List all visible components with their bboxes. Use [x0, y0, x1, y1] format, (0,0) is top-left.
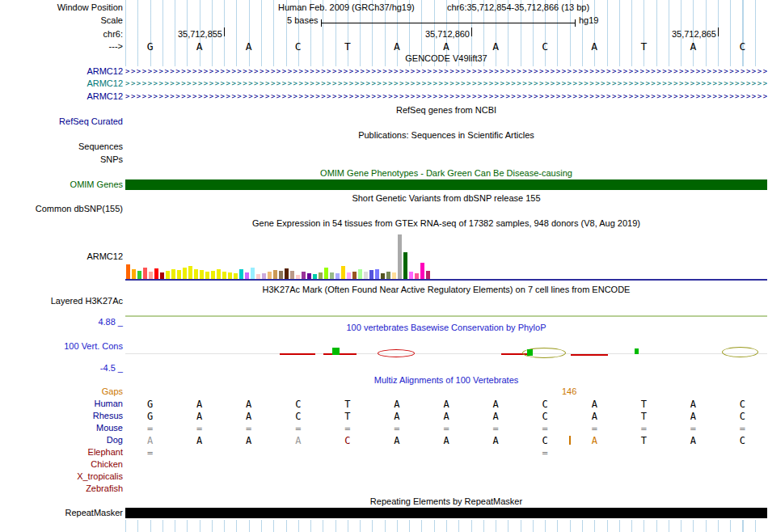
gtex-bar-11[interactable]	[188, 266, 192, 279]
multiz-species-label-rhesus[interactable]: Rhesus	[93, 411, 123, 420]
gtex-bar-6[interactable]	[160, 272, 164, 279]
multiz-species-label-zebrafish[interactable]: Zebrafish	[86, 483, 123, 493]
multiz-mouse-base-2: =	[224, 423, 273, 434]
gtex-bar-21[interactable]	[245, 272, 249, 279]
gtex-bar-12[interactable]	[194, 269, 198, 279]
gtex-bar-13[interactable]	[200, 270, 204, 279]
gtex-bar-18[interactable]	[228, 272, 232, 279]
gtex-bar-8[interactable]	[171, 269, 175, 279]
multiz-species-label-chicken[interactable]: Chicken	[91, 459, 123, 469]
gtex-bar-39[interactable]	[347, 272, 351, 279]
reference-sequence-row[interactable]: GAACTAAACATAC	[125, 40, 767, 53]
gtex-gene-label[interactable]: ARMC12	[87, 251, 123, 261]
multiz-row-dog[interactable]: AAAACAAACATAC	[125, 435, 767, 446]
multiz-mouse-base-12: =	[718, 423, 767, 434]
multiz-row-human[interactable]: GAACTAAACATAC	[125, 399, 767, 410]
gtex-bar-25[interactable]	[268, 272, 272, 279]
gtex-bar-47[interactable]	[392, 272, 396, 279]
multiz-species-label-elephant[interactable]: Elephant	[88, 447, 123, 457]
scale-bar-line	[322, 23, 575, 23]
multiz-species-label-dog[interactable]: Dog	[107, 435, 123, 445]
gencode-transcript-arrows-0[interactable]: >>>>>>>>>>>>>>>>>>>>>>>>>>>>>>>>>>>>>>>>…	[125, 67, 767, 76]
gtex-bar-5[interactable]	[154, 268, 158, 279]
gtex-bar-20[interactable]	[239, 269, 243, 279]
multiz-track-title[interactable]: Multiz Alignments of 100 Vertebrates	[125, 375, 767, 385]
gtex-bar-51[interactable]	[415, 273, 419, 279]
publications-sequences-label[interactable]: Sequences	[78, 141, 123, 151]
multiz-rhesus-base-8: C	[521, 411, 570, 422]
gtex-bar-29[interactable]	[290, 271, 294, 279]
gtex-bar-4[interactable]	[149, 272, 153, 279]
gtex-bar-41[interactable]	[358, 269, 362, 279]
repeatmasker-label[interactable]: RepeatMasker	[65, 508, 123, 517]
gtex-bar-53[interactable]	[426, 271, 430, 279]
gtex-bar-44[interactable]	[375, 269, 379, 279]
publications-snps-label[interactable]: SNPs	[100, 154, 123, 164]
gtex-bar-15[interactable]	[211, 271, 215, 279]
gtex-bar-28[interactable]	[285, 268, 289, 279]
gtex-bar-16[interactable]	[217, 269, 221, 279]
gtex-bar-26[interactable]	[273, 270, 277, 279]
gtex-bar-46[interactable]	[386, 272, 390, 279]
gtex-bar-32[interactable]	[307, 273, 311, 279]
gtex-bar-19[interactable]	[234, 273, 238, 279]
h3k27ac-track-title[interactable]: H3K27Ac Mark (Often Found Near Active Re…	[125, 285, 767, 294]
gtex-bar-49[interactable]	[403, 252, 407, 279]
refseq-curated-label[interactable]: RefSeq Curated	[59, 116, 123, 126]
multiz-species-label-human[interactable]: Human	[95, 399, 123, 408]
gtex-bar-22[interactable]	[251, 268, 255, 279]
gtex-bar-34[interactable]	[319, 272, 323, 279]
multiz-row-mouse[interactable]: =============	[125, 423, 767, 434]
phylop-track-title[interactable]: 100 vertebrates Basewise Conservation by…	[125, 323, 767, 332]
multiz-row-rhesus[interactable]: GAACTAAACATAC	[125, 411, 767, 422]
omim-genes-label[interactable]: OMIM Genes	[70, 179, 123, 189]
gtex-bar-40[interactable]	[352, 272, 357, 279]
phylop-label[interactable]: 100 Vert. Cons	[64, 341, 123, 351]
h3k27ac-label[interactable]: Layered H3K27Ac	[51, 296, 123, 306]
dbsnp-label[interactable]: Common dbSNP(155)	[36, 204, 123, 213]
gtex-bar-43[interactable]	[369, 270, 373, 279]
gtex-bar-31[interactable]	[302, 272, 306, 279]
gencode-track-title[interactable]: GENCODE V49lift37	[125, 53, 767, 63]
gtex-bar-14[interactable]	[205, 272, 209, 279]
gencode-transcript-arrows-2[interactable]: >>>>>>>>>>>>>>>>>>>>>>>>>>>>>>>>>>>>>>>>…	[125, 92, 767, 101]
gencode-transcript-arrows-1[interactable]: >>>>>>>>>>>>>>>>>>>>>>>>>>>>>>>>>>>>>>>>…	[125, 79, 767, 88]
omim-genes-bar[interactable]	[125, 179, 767, 190]
omim-track-title[interactable]: OMIM Gene Phenotypes - Dark Green Can Be…	[125, 168, 767, 178]
gtex-bar-10[interactable]	[183, 268, 187, 279]
gtex-bar-7[interactable]	[166, 271, 170, 279]
gtex-bar-1[interactable]	[132, 269, 136, 279]
gtex-bar-9[interactable]	[177, 270, 181, 279]
repeatmasker-bar[interactable]	[125, 508, 767, 518]
repeatmasker-track-title[interactable]: Repeating Elements by RepeatMasker	[125, 496, 767, 506]
gtex-bar-24[interactable]	[262, 273, 266, 279]
dbsnp-track-title[interactable]: Short Genetic Variants from dbSNP releas…	[125, 193, 767, 203]
gtex-bar-52[interactable]	[420, 263, 424, 279]
gtex-bar-35[interactable]	[324, 268, 328, 279]
refseq-track-title[interactable]: RefSeq genes from NCBI	[125, 105, 767, 115]
gtex-bar-27[interactable]	[279, 271, 283, 279]
gtex-track-title[interactable]: Gene Expression in 54 tissues from GTEx …	[125, 218, 767, 228]
gtex-bar-0[interactable]	[126, 264, 130, 279]
multiz-species-label-gaps[interactable]: Gaps	[102, 386, 123, 396]
gtex-bar-50[interactable]	[409, 272, 413, 279]
gencode-transcript-label-2[interactable]: ARMC12	[87, 91, 123, 101]
publications-track-title[interactable]: Publications: Sequences in Scientific Ar…	[125, 130, 767, 140]
gtex-bar-36[interactable]	[330, 272, 334, 279]
gtex-bar-17[interactable]	[222, 272, 226, 279]
gtex-bar-2[interactable]	[137, 271, 141, 279]
multiz-gap-size-annotation: 146	[562, 386, 576, 396]
multiz-species-label-x_tropicalis[interactable]: X_tropicalis	[77, 471, 123, 481]
gtex-bar-45[interactable]	[381, 273, 385, 279]
multiz-row-elephant[interactable]: ==	[125, 447, 767, 458]
gtex-bar-3[interactable]	[143, 268, 147, 279]
gtex-bar-38[interactable]	[341, 266, 345, 279]
multiz-species-label-mouse[interactable]: Mouse	[96, 423, 123, 433]
gencode-transcript-label-0[interactable]: ARMC12	[87, 66, 123, 76]
gtex-bar-37[interactable]	[335, 273, 340, 279]
gtex-bar-42[interactable]	[364, 272, 368, 279]
gtex-expression-chart[interactable]	[126, 234, 449, 279]
gencode-transcript-label-1[interactable]: ARMC12	[87, 78, 123, 88]
scale-value: 5 bases	[287, 15, 319, 25]
gtex-bar-48[interactable]	[398, 234, 402, 279]
